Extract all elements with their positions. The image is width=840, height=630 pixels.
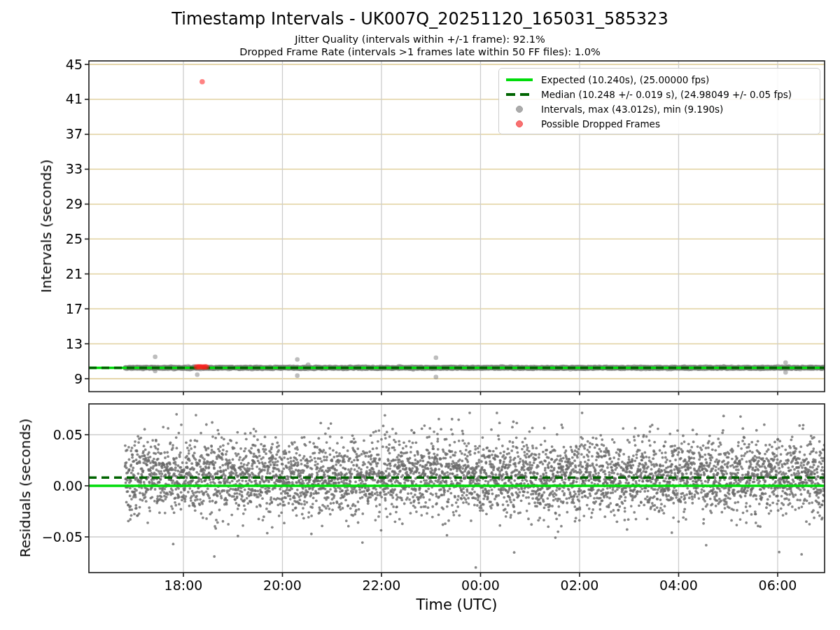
intervals-y-tick: 29 [0, 197, 83, 211]
red-dot-icon [516, 120, 523, 127]
gray-dot-icon [516, 106, 523, 113]
legend-row-dropped: Possible Dropped Frames [506, 116, 814, 131]
time-x-tick: 18:00 [152, 578, 215, 593]
dropped-frame-rate-subtitle: Dropped Frame Rate (intervals >1 frames … [0, 46, 840, 57]
median-line-sample [506, 93, 533, 96]
time-x-tick: 22:00 [350, 578, 413, 593]
legend-label-dropped: Possible Dropped Frames [541, 118, 660, 130]
intervals-y-tick: 13 [0, 337, 83, 351]
legend-label-median: Median (10.248 +/- 0.019 s), (24.98049 +… [541, 89, 792, 100]
intervals-y-tick: 21 [0, 267, 83, 281]
time-x-tick: 02:00 [548, 578, 611, 593]
expected-line-sample [506, 78, 533, 81]
intervals-y-tick: 33 [0, 162, 83, 176]
intervals-y-tick: 9 [0, 372, 83, 386]
residuals-y-tick: 0.05 [0, 428, 83, 442]
legend-row-intervals: Intervals, max (43.012s), min (9.190s) [506, 102, 814, 116]
legend-label-expected: Expected (10.240s), (25.00000 fps) [541, 74, 709, 85]
dashed-darkgreen-line-icon [506, 93, 533, 96]
intervals-y-tick: 17 [0, 302, 83, 316]
solid-green-line-icon [506, 78, 533, 81]
time-x-axis-label: Time (UTC) [89, 596, 825, 613]
intervals-y-tick: 25 [0, 232, 83, 246]
residuals-y-tick: 0.00 [0, 479, 83, 493]
dropped-marker-sample [506, 120, 533, 127]
legend-row-expected: Expected (10.240s), (25.00000 fps) [506, 72, 814, 87]
intervals-y-tick: 37 [0, 127, 83, 141]
residuals-y-tick: −0.05 [0, 530, 83, 545]
timestamp-intervals-figure: Timestamp Intervals - UK007Q_20251120_16… [0, 0, 840, 630]
figure-title: Timestamp Intervals - UK007Q_20251120_16… [0, 9, 840, 29]
intervals-y-tick: 45 [0, 57, 83, 72]
intervals-marker-sample [506, 106, 533, 113]
legend-label-intervals: Intervals, max (43.012s), min (9.190s) [541, 104, 723, 115]
legend-row-median: Median (10.248 +/- 0.019 s), (24.98049 +… [506, 87, 814, 102]
time-x-tick: 00:00 [449, 578, 512, 593]
legend-box: Expected (10.240s), (25.00000 fps) Media… [498, 68, 820, 134]
time-x-tick: 04:00 [647, 578, 710, 593]
time-x-tick: 20:00 [251, 578, 314, 593]
time-x-tick: 06:00 [746, 578, 809, 593]
jitter-quality-subtitle: Jitter Quality (intervals within +/-1 fr… [0, 34, 840, 45]
intervals-y-tick: 41 [0, 92, 83, 106]
